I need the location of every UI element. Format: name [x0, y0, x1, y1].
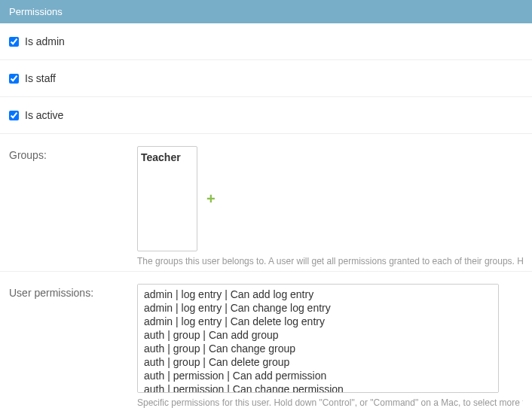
is-active-label: Is active: [25, 109, 63, 121]
permission-option[interactable]: admin | log entry | Can change log entry: [141, 301, 495, 315]
permission-option[interactable]: auth | permission | Can change permissio…: [141, 382, 495, 393]
permission-option[interactable]: auth | permission | Can add permission: [141, 369, 495, 382]
user-permissions-select[interactable]: admin | log entry | Can add log entryadm…: [137, 284, 499, 393]
is-staff-label: Is staff: [25, 72, 56, 84]
groups-select[interactable]: Teacher: [137, 146, 197, 251]
permission-option[interactable]: auth | group | Can change group: [141, 342, 495, 355]
groups-help-text: The groups this user belongs to. A user …: [137, 256, 523, 266]
add-group-icon[interactable]: +: [206, 191, 216, 206]
permission-option[interactable]: auth | group | Can delete group: [141, 355, 495, 369]
is-admin-label: Is admin: [25, 35, 65, 47]
groups-row: Groups: Teacher + The groups this user b…: [0, 134, 532, 272]
user-permissions-label: User permissions:: [9, 284, 137, 299]
is-staff-row: Is staff: [0, 60, 532, 97]
permissions-section-header: Permissions: [0, 0, 532, 23]
permission-option[interactable]: admin | log entry | Can delete log entry: [141, 315, 495, 328]
is-admin-checkbox[interactable]: [9, 37, 19, 47]
user-permissions-row: User permissions: admin | log entry | Ca…: [0, 272, 532, 412]
user-permissions-help-text: Specific permissions for this user. Hold…: [137, 397, 523, 408]
is-active-checkbox[interactable]: [9, 111, 19, 120]
groups-label: Groups:: [9, 146, 137, 161]
permissions-title: Permissions: [9, 6, 63, 17]
is-active-row: Is active: [0, 97, 532, 134]
is-staff-checkbox[interactable]: [9, 74, 19, 84]
permission-option[interactable]: admin | log entry | Can add log entry: [141, 288, 495, 301]
permission-option[interactable]: auth | group | Can add group: [141, 328, 495, 342]
is-admin-row: Is admin: [0, 23, 532, 60]
groups-option[interactable]: Teacher: [141, 150, 194, 165]
